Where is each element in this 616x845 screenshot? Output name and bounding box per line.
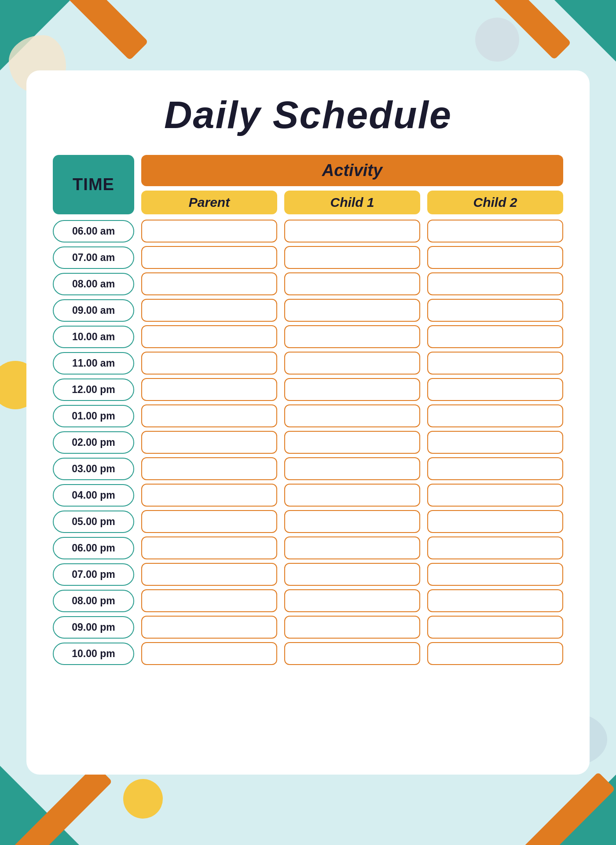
time-badge-12: 06.00 pm — [53, 537, 134, 559]
activity-cell-12-0[interactable] — [141, 536, 277, 559]
bg-tl-orange — [37, 0, 149, 60]
time-badge-text-16: 10.00 pm — [72, 648, 115, 659]
time-row: 12.00 pm — [53, 378, 563, 401]
activity-cell-3-1[interactable] — [284, 299, 420, 322]
activity-cell-3-2[interactable] — [427, 299, 563, 322]
row-cells-11 — [141, 510, 563, 533]
activity-cell-6-2[interactable] — [427, 378, 563, 401]
activity-cell-12-2[interactable] — [427, 536, 563, 559]
activity-cell-14-2[interactable] — [427, 589, 563, 612]
row-cells-13 — [141, 563, 563, 586]
activity-cell-10-0[interactable] — [141, 484, 277, 507]
activity-cell-16-1[interactable] — [284, 642, 420, 665]
time-badge-text-9: 03.00 pm — [72, 463, 115, 474]
time-row: 04.00 pm — [53, 484, 563, 507]
activity-cell-5-1[interactable] — [284, 352, 420, 375]
time-badge-11: 05.00 pm — [53, 511, 134, 533]
time-header-label: TIME — [73, 175, 114, 194]
time-badge-13: 07.00 pm — [53, 563, 134, 586]
activity-cell-3-0[interactable] — [141, 299, 277, 322]
time-badge-text-15: 09.00 pm — [72, 621, 115, 633]
activity-cell-6-0[interactable] — [141, 378, 277, 401]
activity-cell-7-2[interactable] — [427, 404, 563, 427]
activity-cell-11-2[interactable] — [427, 510, 563, 533]
activity-cell-12-1[interactable] — [284, 536, 420, 559]
activity-cell-15-1[interactable] — [284, 616, 420, 639]
activity-cell-8-0[interactable] — [141, 431, 277, 454]
time-row: 09.00 am — [53, 299, 563, 322]
activity-cell-16-0[interactable] — [141, 642, 277, 665]
time-badge-1: 07.00 am — [53, 246, 134, 269]
title-area: Daily Schedule — [53, 92, 563, 137]
activity-cell-14-1[interactable] — [284, 589, 420, 612]
time-badge-text-12: 06.00 pm — [72, 542, 115, 554]
activity-cell-2-0[interactable] — [141, 272, 277, 295]
row-cells-2 — [141, 272, 563, 295]
activity-cell-9-2[interactable] — [427, 457, 563, 480]
row-cells-5 — [141, 352, 563, 375]
bg-tr-orange — [467, 0, 572, 60]
row-cells-10 — [141, 484, 563, 507]
activity-cell-1-1[interactable] — [284, 246, 420, 269]
time-row: 06.00 pm — [53, 536, 563, 559]
activity-cell-8-2[interactable] — [427, 431, 563, 454]
time-badge-text-1: 07.00 am — [72, 252, 115, 263]
col-header-child1: Child 1 — [284, 191, 420, 214]
time-rows: 06.00 am07.00 am08.00 am09.00 am10.00 am… — [53, 220, 563, 665]
activity-cell-10-1[interactable] — [284, 484, 420, 507]
activity-cell-5-0[interactable] — [141, 352, 277, 375]
time-row: 11.00 am — [53, 352, 563, 375]
col-header-child2: Child 2 — [427, 191, 563, 214]
time-header-block: TIME — [53, 155, 134, 214]
time-badge-2: 08.00 am — [53, 273, 134, 295]
activity-title-text: Activity — [322, 161, 382, 180]
activity-cell-15-2[interactable] — [427, 616, 563, 639]
time-badge-text-13: 07.00 pm — [72, 569, 115, 580]
time-badge-text-5: 11.00 am — [72, 357, 115, 369]
blob-gray-top — [475, 18, 519, 62]
activity-cell-6-1[interactable] — [284, 378, 420, 401]
bg-tr-teal — [554, 0, 616, 62]
activity-title-bar: Activity — [141, 155, 563, 186]
activity-cell-1-0[interactable] — [141, 246, 277, 269]
time-row: 09.00 pm — [53, 616, 563, 639]
activity-cell-2-1[interactable] — [284, 272, 420, 295]
activity-cell-2-2[interactable] — [427, 272, 563, 295]
activity-cell-0-0[interactable] — [141, 220, 277, 242]
schedule-container: TIME Activity Parent Child 1 Child 2 — [53, 155, 563, 665]
bg-tl-teal — [0, 0, 70, 70]
activity-cell-13-0[interactable] — [141, 563, 277, 586]
activity-cell-8-1[interactable] — [284, 431, 420, 454]
time-badge-15: 09.00 pm — [53, 616, 134, 639]
activity-cell-13-1[interactable] — [284, 563, 420, 586]
time-badge-9: 03.00 pm — [53, 458, 134, 480]
activity-cell-1-2[interactable] — [427, 246, 563, 269]
row-cells-9 — [141, 457, 563, 480]
time-row: 07.00 am — [53, 246, 563, 269]
activity-cell-7-0[interactable] — [141, 404, 277, 427]
row-cells-6 — [141, 378, 563, 401]
activity-cell-14-0[interactable] — [141, 589, 277, 612]
time-badge-text-0: 06.00 am — [72, 225, 115, 237]
activity-cell-16-2[interactable] — [427, 642, 563, 665]
activity-cell-10-2[interactable] — [427, 484, 563, 507]
activity-cell-9-0[interactable] — [141, 457, 277, 480]
activity-cell-11-1[interactable] — [284, 510, 420, 533]
bg-bl-orange — [2, 764, 112, 845]
time-badge-6: 12.00 pm — [53, 378, 134, 401]
col-headers: Parent Child 1 Child 2 — [141, 191, 563, 214]
activity-cell-11-0[interactable] — [141, 510, 277, 533]
activity-cell-13-2[interactable] — [427, 563, 563, 586]
activity-cell-4-1[interactable] — [284, 325, 420, 348]
time-badge-text-8: 02.00 pm — [72, 437, 115, 448]
main-card: Daily Schedule TIME Activity Parent Chil… — [26, 70, 590, 775]
activity-cell-0-1[interactable] — [284, 220, 420, 242]
activity-cell-9-1[interactable] — [284, 457, 420, 480]
activity-cell-4-0[interactable] — [141, 325, 277, 348]
activity-cell-5-2[interactable] — [427, 352, 563, 375]
activity-cell-0-2[interactable] — [427, 220, 563, 242]
activity-cell-4-2[interactable] — [427, 325, 563, 348]
activity-cell-15-0[interactable] — [141, 616, 277, 639]
activity-cell-7-1[interactable] — [284, 404, 420, 427]
time-row: 07.00 pm — [53, 563, 563, 586]
